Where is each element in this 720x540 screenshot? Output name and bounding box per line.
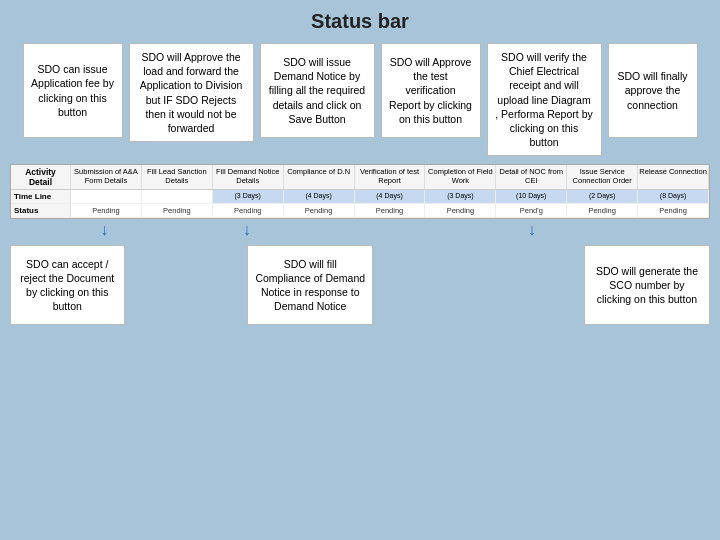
tl-days-4: (4 Days) [355, 190, 426, 203]
box-sdo-issue-text: SDO can issue Application fee by clickin… [31, 62, 115, 119]
st-1: Pending [142, 204, 213, 217]
bottom-box-2: SDO will fill Compliance of Demand Notic… [247, 245, 373, 325]
box-sdo-issue: SDO can issue Application fee by clickin… [23, 43, 123, 138]
tl-days-7: (2 Days) [567, 190, 638, 203]
arrow-3: ↓ [211, 221, 282, 239]
arrow-4 [282, 221, 353, 239]
st-2: Pending [213, 204, 284, 217]
box-sdo-approve2-text: SDO will Approve the test verification R… [389, 55, 473, 126]
th-col2: Fill Lead Sanction Details [142, 165, 213, 189]
th-col4: Compliance of D.N [284, 165, 355, 189]
status-label: Status [11, 204, 71, 217]
tl-days-8: (8 Days) [638, 190, 709, 203]
arrow-7: ↓ [496, 221, 567, 239]
tl-days-2: (3 Days) [213, 190, 284, 203]
bottom-boxes-container: SDO can accept / reject the Document by … [0, 245, 720, 325]
tl-days-6: (10 Days) [496, 190, 567, 203]
st-7: Pending [567, 204, 638, 217]
timeline-days-cells: (3 Days) (4 Days) (4 Days) (3 Days) (10 … [71, 190, 709, 203]
activity-detail-label: ActivityDetail [11, 165, 71, 189]
bb1-text: SDO can accept / reject the Document by … [18, 257, 117, 314]
status-row: Status Pending Pending Pending Pending P… [11, 204, 709, 218]
st-3: Pending [284, 204, 355, 217]
timeline-header-cells: Submission of A&A Form Details Fill Lead… [71, 165, 709, 189]
st-6: Pend'g [496, 204, 567, 217]
box-sdo-demand-text: SDO will issue Demand Notice by filling … [268, 55, 367, 126]
bottom-box-3: SDO will generate the SCO number by clic… [584, 245, 710, 325]
arrow-6 [425, 221, 496, 239]
arrow-8 [567, 221, 638, 239]
bb-spacer1 [125, 245, 248, 325]
timeline-header: ActivityDetail Submission of A&A Form De… [11, 165, 709, 190]
st-0: Pending [71, 204, 142, 217]
th-col6: Completion of Field Work [425, 165, 496, 189]
tl-days-5: (3 Days) [425, 190, 496, 203]
box-sdo-approve-text: SDO will Approve the load and forward th… [137, 50, 246, 135]
timeline-label: Time Line [11, 190, 71, 203]
th-col1: Submission of A&A Form Details [71, 165, 142, 189]
arrows-row: ↓ ↓ ↓ [0, 221, 720, 239]
box-sdo-approve2: SDO will Approve the test verification R… [381, 43, 481, 138]
th-col3: Fill Demand Notice Details [213, 165, 284, 189]
bb3-text: SDO will generate the SCO number by clic… [592, 264, 702, 307]
st-8: Pending [638, 204, 709, 217]
th-col5: Verification of test Report [355, 165, 426, 189]
st-4: Pending [355, 204, 426, 217]
tl-days-1 [142, 190, 213, 203]
box-sdo-finally: SDO will finally approve the connection [608, 43, 698, 138]
bb-spacer2 [373, 245, 584, 325]
timeline-days-row: Time Line (3 Days) (4 Days) (4 Days) (3 … [11, 190, 709, 204]
bb2-text: SDO will fill Compliance of Demand Notic… [255, 257, 365, 314]
page-title: Status bar [0, 0, 720, 39]
th-col8: Issue Service Connection Order [567, 165, 638, 189]
box-sdo-approve: SDO will Approve the load and forward th… [129, 43, 254, 142]
top-boxes-container: SDO can issue Application fee by clickin… [0, 43, 720, 156]
timeline-section: ActivityDetail Submission of A&A Form De… [10, 164, 710, 219]
box-sdo-verify: SDO will verify the Chief Electrical rec… [487, 43, 602, 156]
st-5: Pending [425, 204, 496, 217]
arrow-2 [140, 221, 211, 239]
box-sdo-finally-text: SDO will finally approve the connection [616, 69, 690, 112]
status-cells: Pending Pending Pending Pending Pending … [71, 204, 709, 217]
bottom-box-1: SDO can accept / reject the Document by … [10, 245, 125, 325]
tl-days-3: (4 Days) [284, 190, 355, 203]
arrow-5 [354, 221, 425, 239]
th-col9: Release Connection [638, 165, 709, 189]
arrow-9 [639, 221, 710, 239]
arrow-spacer [10, 221, 69, 239]
th-col7: Detail of NOC from CEI [496, 165, 567, 189]
box-sdo-demand: SDO will issue Demand Notice by filling … [260, 43, 375, 138]
arrow-1: ↓ [69, 221, 140, 239]
box-sdo-verify-text: SDO will verify the Chief Electrical rec… [495, 50, 594, 149]
tl-days-0 [71, 190, 142, 203]
